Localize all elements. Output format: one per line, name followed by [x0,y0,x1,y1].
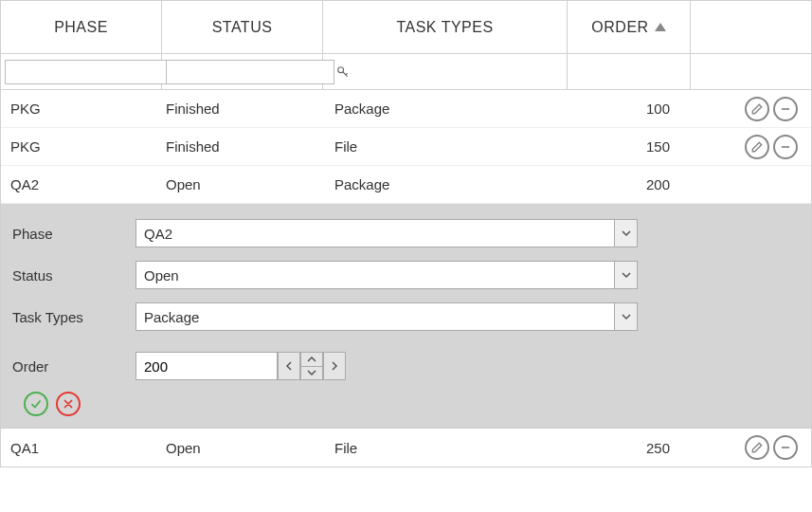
cell-task-types: File [323,440,568,456]
header-phase[interactable]: PHASE [1,1,162,53]
cell-status: Finished [162,138,323,155]
pencil-icon [750,140,764,154]
filter-task-types-cell [323,54,568,89]
select-phase-toggle[interactable] [615,219,638,247]
select-status-toggle[interactable] [615,261,638,289]
cell-actions [691,97,811,121]
chevron-down-icon [307,370,316,375]
order-large-inc[interactable] [323,352,346,380]
minus-icon [779,140,792,154]
cell-phase: QA1 [1,440,162,456]
pencil-icon [750,102,764,116]
cell-phase: QA2 [1,176,162,192]
close-icon [62,397,75,411]
table-row: PKG Finished Package 100 [1,90,811,128]
filter-status-input[interactable] [166,60,334,84]
save-button[interactable] [24,392,48,416]
cell-actions [691,435,811,460]
select-phase[interactable]: QA2 [135,219,615,247]
table-row: QA1 Open File 250 [1,429,811,466]
chevron-down-icon [622,312,631,321]
cell-task-types: File [323,138,568,155]
minus-icon [779,102,792,116]
check-icon [29,397,43,411]
label-order: Order [12,358,135,375]
cell-order: 100 [568,101,691,117]
filter-phase-input[interactable] [5,60,173,84]
pencil-icon [750,441,764,454]
cell-order: 200 [568,176,691,192]
chevron-down-icon [622,270,631,280]
header-actions [691,1,811,53]
label-status: Status [12,267,135,283]
filter-order-cell [568,54,691,89]
header-status[interactable]: STATUS [162,1,323,53]
cell-task-types: Package [323,176,568,192]
cell-order: 150 [568,138,691,155]
cell-task-types: Package [323,101,568,117]
delete-button[interactable] [773,135,798,159]
column-headers: PHASE STATUS TASK TYPES ORDER [1,1,811,54]
filter-actions-cell [691,54,811,89]
sort-asc-icon [655,23,666,31]
cancel-button[interactable] [56,392,81,416]
chevron-left-icon [285,361,293,371]
cell-phase: PKG [1,101,162,117]
filter-phase-cell [1,54,162,89]
chevron-down-icon [622,229,631,238]
edit-button[interactable] [745,135,769,159]
minus-icon [779,441,792,454]
filter-status-cell [162,54,323,89]
edit-button[interactable] [745,435,769,460]
header-task-types[interactable]: TASK TYPES [323,1,568,53]
header-order[interactable]: ORDER [568,1,691,53]
order-spinner [135,352,346,380]
data-grid: PHASE STATUS TASK TYPES ORDER PKG Finish… [0,0,812,467]
table-row: QA2 Open Package 200 [1,166,811,204]
inline-edit-form: Phase QA2 Status Open Task Types Package [1,204,811,429]
delete-button[interactable] [773,97,798,121]
select-status[interactable]: Open [135,261,615,289]
chevron-up-icon [307,357,316,362]
cell-actions [691,135,811,159]
cell-status: Finished [162,101,323,117]
select-task-types[interactable]: Package [135,302,615,331]
label-task-types: Task Types [12,309,135,325]
order-large-dec[interactable] [278,352,300,380]
label-phase: Phase [12,226,135,242]
cell-status: Open [162,440,323,456]
cell-status: Open [162,176,323,192]
filter-row [1,54,811,90]
delete-button[interactable] [773,435,798,460]
cell-order: 250 [568,440,691,456]
select-task-types-toggle[interactable] [615,302,638,331]
table-row: PKG Finished File 150 [1,128,811,166]
order-dec[interactable] [300,367,323,380]
order-input[interactable] [135,352,278,380]
cell-phase: PKG [1,138,162,155]
order-inc[interactable] [300,353,323,367]
header-order-label: ORDER [591,19,648,36]
edit-button[interactable] [745,97,769,121]
chevron-right-icon [331,361,338,371]
